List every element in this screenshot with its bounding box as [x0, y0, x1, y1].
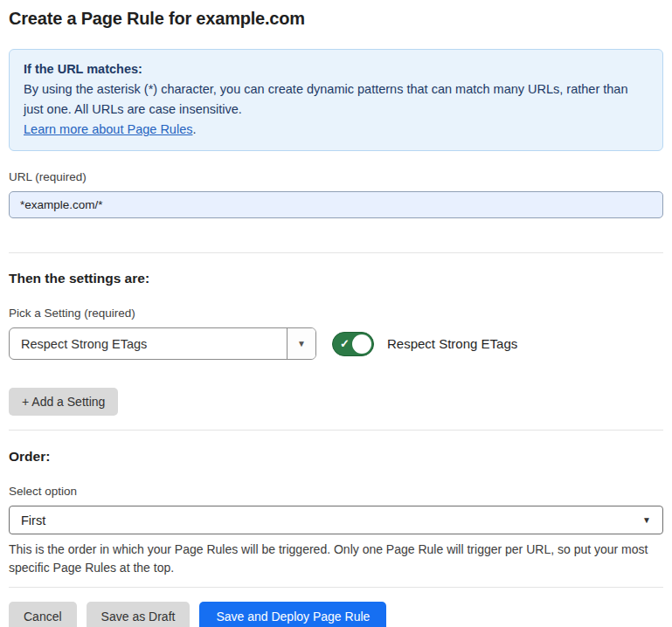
save-as-draft-button[interactable]: Save as Draft [87, 602, 191, 627]
order-section-heading: Order: [9, 449, 663, 465]
footer-button-row: Cancel Save as Draft Save and Deploy Pag… [9, 602, 663, 627]
setting-toggle-wrap: ✓ Respect Strong ETags [332, 332, 517, 356]
save-and-deploy-button[interactable]: Save and Deploy Page Rule [199, 602, 386, 627]
order-select-value: First [21, 513, 642, 527]
divider [9, 252, 663, 253]
chevron-down-icon: ▼ [297, 339, 306, 348]
toggle-knob [352, 334, 371, 354]
add-setting-button[interactable]: + Add a Setting [9, 388, 118, 416]
url-match-info-banner: If the URL matches: By using the asteris… [9, 49, 663, 151]
settings-section-heading: Then the settings are: [9, 271, 663, 286]
page-rule-form: Create a Page Rule for example.com If th… [0, 9, 672, 627]
url-field-label: URL (required) [9, 170, 663, 183]
setting-dropdown-button[interactable]: ▼ [287, 328, 315, 359]
setting-dropdown-value: Respect Strong ETags [10, 328, 287, 359]
chevron-down-icon: ▼ [642, 515, 651, 525]
info-banner-body: By using the asterisk (*) character, you… [24, 79, 648, 120]
order-help-text: This is the order in which your Page Rul… [9, 541, 659, 576]
link-period: . [192, 122, 196, 136]
learn-more-link[interactable]: Learn more about Page Rules [24, 122, 192, 136]
cancel-button[interactable]: Cancel [9, 602, 77, 627]
info-banner-heading: If the URL matches: [24, 59, 648, 79]
divider [9, 587, 663, 588]
url-input[interactable] [9, 191, 663, 218]
info-banner-link-line: Learn more about Page Rules. [24, 120, 648, 140]
setting-toggle-label: Respect Strong ETags [387, 336, 517, 351]
check-icon: ✓ [340, 338, 350, 349]
divider [9, 430, 663, 431]
pick-setting-label: Pick a Setting (required) [9, 307, 663, 320]
setting-dropdown[interactable]: Respect Strong ETags ▼ [9, 327, 316, 360]
order-select-label: Select option [9, 485, 663, 498]
setting-row: Respect Strong ETags ▼ ✓ Respect Strong … [9, 327, 663, 360]
setting-toggle[interactable]: ✓ [332, 332, 374, 356]
order-select[interactable]: First ▼ [9, 506, 663, 534]
page-title: Create a Page Rule for example.com [9, 9, 663, 29]
